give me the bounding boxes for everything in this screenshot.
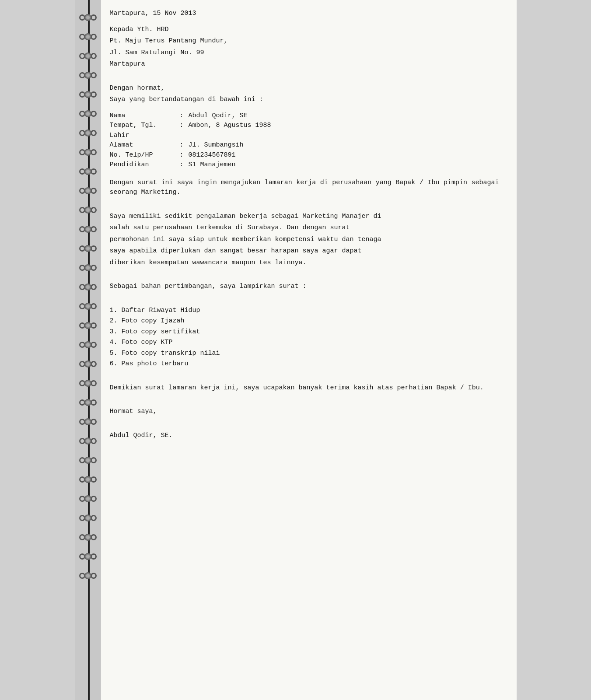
salutation-section: Dengan hormat, Saya yang bertandatangan …	[110, 84, 499, 105]
ring-right	[91, 207, 97, 213]
ring-right	[91, 14, 97, 21]
binding-hole-row	[75, 470, 101, 489]
binding-strip	[75, 0, 101, 700]
binding-hole	[84, 33, 91, 40]
binding-hole	[84, 168, 91, 175]
list-item-2-text: 2. Foto copy Ijazah	[110, 317, 185, 325]
list-item: 5. Foto copy transkrip nilai	[110, 349, 499, 359]
binding-hole	[84, 14, 91, 21]
info-row-ttl: Tempat, Tgl. Lahir : Ambon, 8 Agustus 19…	[110, 121, 271, 140]
alamat-value: Jl. Sumbangsih	[189, 140, 271, 150]
binding-hole	[84, 91, 91, 98]
closing-para-section: Demikian surat lamaran kerja ini, saya u…	[110, 383, 499, 393]
info-row-alamat: Alamat : Jl. Sumbangsih	[110, 140, 271, 150]
binding-hole	[84, 264, 91, 271]
binding-hole	[84, 72, 91, 79]
binding-hole-row	[75, 354, 101, 374]
list-item-6-text: 6. Pas photo terbaru	[110, 360, 189, 368]
telp-colon: :	[180, 150, 189, 161]
salutation-line: Dengan hormat,	[110, 84, 499, 94]
binding-hole	[84, 514, 91, 522]
list-item: 2. Foto copy Ijazah	[110, 316, 499, 326]
binding-hole	[84, 187, 91, 194]
ring-right	[91, 515, 97, 521]
ring-right	[91, 284, 97, 290]
ring-right	[91, 130, 97, 136]
binding-hole	[84, 149, 91, 156]
hormat-section: Hormat saya,	[110, 407, 499, 417]
date-line: Martapura, 15 Nov 2013	[110, 9, 499, 19]
ring-right	[91, 53, 97, 59]
binding-hole	[84, 130, 91, 136]
binding-hole-row	[75, 143, 101, 162]
date-text: Martapura, 15 Nov 2013	[110, 10, 196, 17]
spacer	[110, 76, 499, 84]
ttl-label: Tempat, Tgl. Lahir	[110, 121, 180, 140]
para2-line3-text: permohonan ini saya siap untuk memberika…	[110, 236, 381, 243]
binding-hole-row	[75, 66, 101, 85]
recipient-line4-text: Martapura	[110, 60, 145, 68]
ring-right	[91, 553, 97, 560]
ring-right	[91, 245, 97, 252]
list-item: 4. Foto copy KTP	[110, 338, 499, 348]
lampiran-intro-section: Sebagai bahan pertimbangan, saya lampirk…	[110, 282, 499, 292]
closing-para-text: Demikian surat lamaran kerja ini, saya u…	[110, 383, 499, 393]
letter-content: Martapura, 15 Nov 2013 Kepada Yth. HRD P…	[101, 0, 517, 700]
binding-hole-row	[75, 566, 101, 585]
binding-hole-row	[75, 181, 101, 200]
alamat-colon: :	[180, 140, 189, 150]
binding-hole	[84, 226, 91, 233]
para2-line1: Saya memiliki sedikit pengalaman bekerja…	[110, 212, 499, 222]
recipient-line3: Jl. Sam Ratulangi No. 99	[110, 48, 499, 58]
binding-hole-row	[75, 277, 101, 297]
para2-line4-text: saya apabila diperlukan dan sangat besar…	[110, 247, 362, 255]
binding-hole-row	[75, 374, 101, 393]
ring-right	[91, 496, 97, 502]
binding-hole	[84, 572, 91, 579]
ring-right	[91, 380, 97, 386]
ring-right	[91, 419, 97, 425]
para2-line4: saya apabila diperlukan dan sangat besar…	[110, 246, 499, 256]
binding-hole-row	[75, 431, 101, 451]
ttl-value: Ambon, 8 Agustus 1988	[189, 121, 271, 140]
nama-value: Abdul Qodir, SE	[189, 111, 271, 121]
spacer5	[110, 298, 499, 306]
salutation-text: Dengan hormat,	[110, 84, 165, 92]
paragraph2-section: Saya memiliki sedikit pengalaman bekerja…	[110, 212, 499, 268]
hormat-text: Hormat saya,	[110, 408, 157, 415]
binding-hole-row	[75, 412, 101, 431]
intro-text: Saya yang bertandatangan di bawah ini :	[110, 96, 263, 103]
signature-line: Abdul Qodir, SE.	[110, 431, 499, 441]
spacer7	[110, 399, 499, 407]
list-item-3-text: 3. Foto copy sertifikat	[110, 328, 200, 336]
telp-label: No. Telp/HP	[110, 150, 180, 161]
binding-hole-row	[75, 451, 101, 470]
binding-hole-row	[75, 508, 101, 528]
binding-hole	[84, 534, 91, 541]
list-item-1-text: 1. Daftar Riwayat Hidup	[110, 307, 200, 314]
ring-right	[91, 265, 97, 271]
lampiran-intro-line: Sebagai bahan pertimbangan, saya lampirk…	[110, 282, 499, 292]
binding-hole-row	[75, 528, 101, 547]
binding-hole-row	[75, 489, 101, 508]
ring-right	[91, 361, 97, 367]
binding-hole	[84, 303, 91, 310]
date-section: Martapura, 15 Nov 2013	[110, 9, 499, 19]
info-row-nama: Nama : Abdul Qodir, SE	[110, 111, 271, 121]
para2-line5: diberikan kesempatan wawancara maupun te…	[110, 258, 499, 268]
list-item-5-text: 5. Foto copy transkrip nilai	[110, 350, 220, 357]
binding-hole	[84, 206, 91, 214]
ring-right	[91, 342, 97, 348]
binding-hole-row	[75, 162, 101, 181]
alamat-label: Alamat	[110, 140, 180, 150]
binding-hole	[84, 284, 91, 290]
ring-right	[91, 34, 97, 40]
binding-hole-row	[75, 46, 101, 66]
para2-line2-text: salah satu perusahaan terkemuka di Surab…	[110, 224, 350, 231]
binding-hole-row	[75, 297, 101, 316]
nama-label: Nama	[110, 111, 180, 121]
recipient-line2-text: Pt. Maju Terus Pantang Mundur,	[110, 37, 228, 45]
binding-hole-row	[75, 8, 101, 27]
binding-hole	[84, 418, 91, 425]
recipient-section: Kepada Yth. HRD Pt. Maju Terus Pantang M…	[110, 25, 499, 70]
